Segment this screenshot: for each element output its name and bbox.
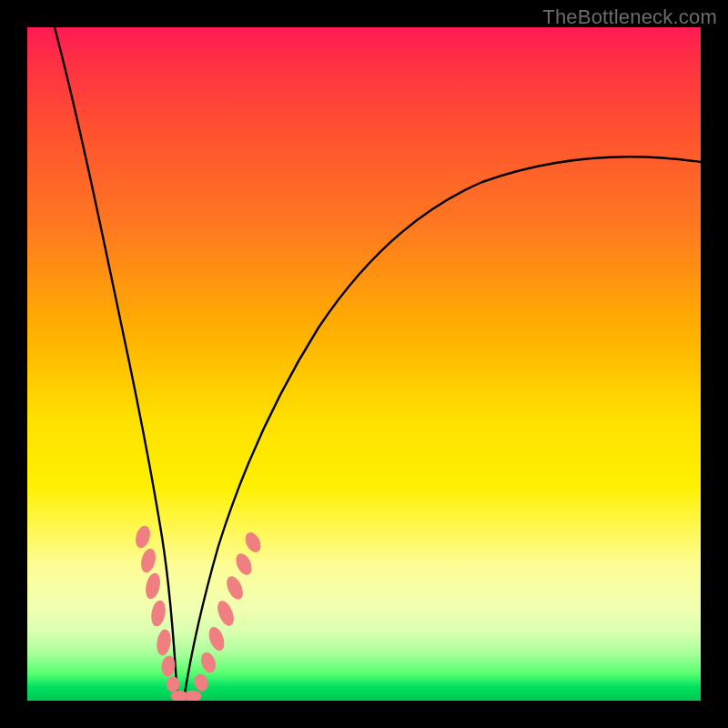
svg-point-4: [156, 629, 172, 656]
svg-point-13: [224, 574, 245, 601]
curve-layer: [27, 27, 701, 701]
svg-point-0: [134, 525, 152, 550]
svg-point-1: [139, 548, 157, 574]
svg-point-9: [193, 672, 209, 692]
watermark-text: TheBottleneck.com: [542, 5, 717, 29]
svg-point-15: [243, 531, 263, 554]
svg-point-8: [185, 691, 201, 701]
svg-point-5: [161, 655, 176, 676]
marker-group: [134, 525, 263, 701]
svg-point-14: [234, 551, 255, 577]
svg-point-2: [144, 572, 162, 600]
svg-point-6: [166, 677, 179, 693]
svg-point-12: [215, 599, 236, 627]
svg-point-3: [150, 600, 167, 627]
svg-point-10: [199, 651, 217, 673]
svg-point-11: [207, 625, 227, 652]
plot-area: [27, 27, 701, 701]
chart-frame: TheBottleneck.com: [0, 0, 728, 728]
